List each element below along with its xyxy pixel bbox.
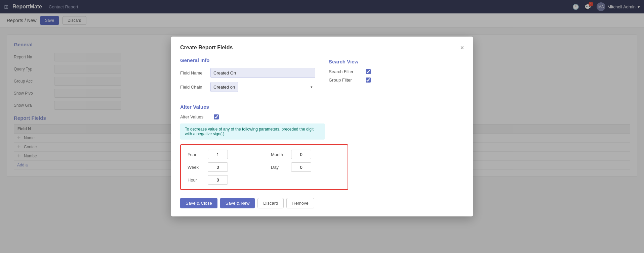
group-filter-label: Group Filter [329,78,362,83]
month-label: Month [271,152,288,157]
day-field-row: Day [271,162,341,172]
general-info-section: General Info Field Name Field Chain Crea… [180,57,315,96]
modal-body: General Info Field Name Field Chain Crea… [180,57,464,190]
week-input[interactable] [208,162,228,172]
alter-values-checkbox-row: Alter Values [180,114,464,119]
year-input[interactable] [208,150,228,159]
field-name-row: Field Name [180,68,315,78]
alter-values-checkbox[interactable] [214,114,219,119]
day-input[interactable] [291,162,311,172]
close-button[interactable]: × [460,45,464,51]
hour-input[interactable] [208,175,228,185]
alter-values-section: Alter Values Alter Values To decrease va… [180,104,464,190]
modal-create-report-fields: Create Report Fields × General Info Fiel… [171,37,473,216]
hour-label: Hour [188,178,204,183]
search-filter-label: Search Filter [329,69,362,74]
alter-values-title: Alter Values [180,104,464,110]
month-field-row: Month [271,150,341,159]
modal-footer: Save & Close Save & New Discard Remove [180,198,464,208]
week-field-row: Week [188,162,257,172]
general-info-title: General Info [180,57,315,63]
modal-header: Create Report Fields × [180,45,464,51]
field-chain-label: Field Chain [180,85,210,90]
hour-field-row: Hour [188,175,257,185]
search-view-title: Search View [329,59,464,64]
field-chain-select-wrapper: Created on [210,82,315,92]
remove-button[interactable]: Remove [286,198,314,208]
alter-values-label: Alter Values [180,114,210,119]
month-input[interactable] [291,150,311,159]
field-chain-row: Field Chain Created on [180,82,315,92]
field-name-input[interactable] [210,68,315,78]
group-filter-row: Group Filter [329,78,464,83]
info-box: To decrease value of any of the followin… [180,123,325,140]
search-view-section: Search View Search Filter Group Filter [329,57,464,96]
week-label: Week [188,165,204,170]
field-name-label: Field Name [180,70,210,75]
modal-title: Create Report Fields [180,45,233,51]
year-label: Year [188,152,204,157]
number-fields-container: Year Month Week Day Hour [180,144,348,190]
save-close-button[interactable]: Save & Close [180,198,217,208]
field-chain-select[interactable]: Created on [210,82,238,92]
save-new-button[interactable]: Save & New [220,198,255,208]
day-label: Day [271,165,288,170]
search-filter-checkbox[interactable] [366,69,371,74]
discard-button[interactable]: Discard [257,198,284,208]
group-filter-checkbox[interactable] [366,78,371,83]
search-filter-row: Search Filter [329,69,464,74]
year-field-row: Year [188,150,257,159]
